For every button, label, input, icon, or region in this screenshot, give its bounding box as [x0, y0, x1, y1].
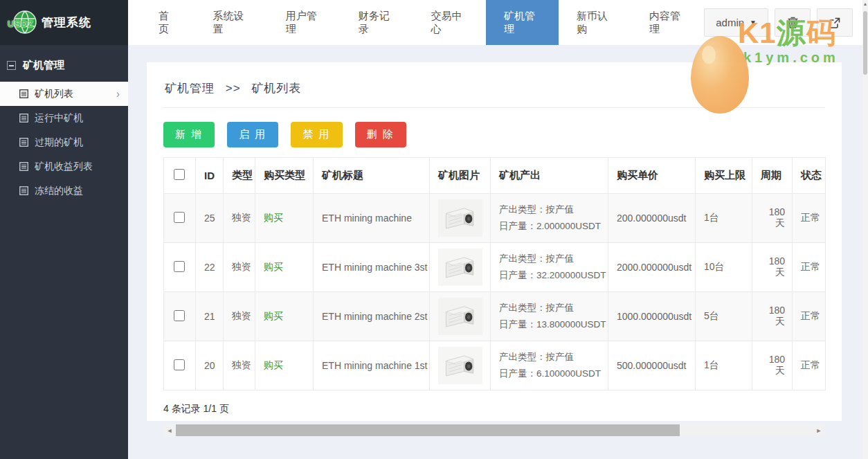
- sidebar-menu: 矿机列表 › 运行中矿机 › 过期的矿机 › 矿机收益列表: [0, 82, 128, 203]
- sidebar-item-label: 矿机收益列表: [35, 161, 93, 173]
- nav-item[interactable]: 系统设置: [195, 0, 268, 45]
- row-checkbox[interactable]: [174, 359, 185, 370]
- vertical-scrollbar-thumb[interactable]: [863, 11, 867, 75]
- header-limit: 购买上限: [696, 158, 752, 194]
- vertical-scrollbar: ▲: [862, 0, 868, 459]
- nav-item-label: 系统设置: [213, 10, 250, 36]
- daily-output-line: 日产量：13.800000USDT: [499, 316, 608, 333]
- header-period: 周期: [752, 158, 793, 194]
- select-all-checkbox[interactable]: [174, 169, 185, 180]
- sidebar-group-mining[interactable]: 矿机管理: [0, 45, 128, 82]
- header-type: 类型: [224, 158, 255, 194]
- globe-logo-icon: USDZ: [10, 8, 40, 38]
- cell-period: 180天: [752, 194, 793, 243]
- logout-button[interactable]: [817, 8, 853, 37]
- sidebar-item-label: 运行中矿机: [35, 112, 83, 125]
- logout-icon: [829, 17, 841, 29]
- buy-link[interactable]: 购买: [264, 359, 283, 370]
- cell-output: 产出类型：按产值 日产量：32.200000USDT: [491, 243, 608, 292]
- disable-button[interactable]: 禁 用: [291, 122, 342, 147]
- buy-link[interactable]: 购买: [264, 261, 283, 272]
- sidebar-item[interactable]: 冻结的收益 ›: [0, 179, 128, 203]
- table-row: 25 独资 购买 ETH mining machine 产出类型：按产值 日产量…: [164, 194, 826, 243]
- nav-item[interactable]: 用户管理: [268, 0, 341, 45]
- buy-link[interactable]: 购买: [264, 310, 283, 321]
- chevron-down-icon: ▼: [750, 19, 757, 26]
- daily-output-line: 日产量：6.100000USDT: [499, 366, 608, 382]
- nav-item-label: 内容管理: [649, 10, 686, 36]
- cell-period: 180天: [752, 243, 793, 292]
- cell-limit: 10台: [696, 243, 752, 292]
- breadcrumb: 矿机管理 >> 矿机列表: [163, 76, 825, 108]
- breadcrumb-page: 矿机列表: [251, 82, 301, 95]
- cell-status: 正常: [793, 341, 826, 390]
- output-type-line: 产出类型：按产值: [499, 349, 608, 366]
- nav-item-label: 交易中心: [431, 10, 468, 36]
- row-checkbox[interactable]: [174, 310, 185, 321]
- header-image: 矿机图片: [430, 158, 491, 194]
- top-bar: USDZ 管理系统 首页 系统设置 用户管理 财务记录 交易中心 矿机管理 新币…: [0, 0, 862, 45]
- daily-output-line: 日产量：32.200000USDT: [499, 267, 608, 284]
- output-type-line: 产出类型：按产值: [499, 300, 608, 316]
- clear-cache-button[interactable]: [775, 8, 811, 37]
- scroll-up-arrow[interactable]: ▲: [862, 1, 868, 6]
- daily-output-line: 日产量：2.000000USDT: [499, 218, 608, 235]
- sidebar-item[interactable]: 矿机列表 ›: [0, 82, 128, 106]
- row-checkbox[interactable]: [174, 212, 185, 223]
- scroll-right-arrow[interactable]: ►: [813, 424, 825, 436]
- table-row: 20 独资 购买 ETH mining machine 1st 产出类型：按产值…: [164, 341, 826, 390]
- toolbar: 新 增 启 用 禁 用 删 除: [163, 122, 825, 147]
- output-type-line: 产出类型：按产值: [499, 251, 608, 267]
- scroll-left-arrow[interactable]: ◄: [163, 424, 176, 436]
- add-button[interactable]: 新 增: [163, 122, 215, 147]
- record-summary: 4 条记录 1/1 页: [163, 403, 825, 415]
- cell-limit: 1台: [696, 341, 752, 390]
- cell-price: 500.000000usdt: [608, 341, 696, 390]
- nav-item[interactable]: 新币认购: [559, 0, 631, 45]
- buy-link[interactable]: 购买: [264, 212, 283, 223]
- sidebar-group-label: 矿机管理: [23, 59, 64, 72]
- sidebar-item[interactable]: 矿机收益列表 ›: [0, 154, 128, 179]
- cell-type: 独资: [224, 341, 255, 390]
- nav-item[interactable]: 内容管理: [631, 0, 704, 45]
- user-menu-button[interactable]: admin ▼: [704, 8, 768, 37]
- cell-limit: 1台: [696, 194, 752, 243]
- cell-output: 产出类型：按产值 日产量：2.000000USDT: [491, 194, 608, 243]
- cell-id: 21: [196, 292, 224, 341]
- cell-price: 200.000000usdt: [608, 194, 696, 243]
- cell-title: ETH mining machine: [314, 194, 430, 243]
- cell-type: 独资: [224, 194, 255, 243]
- delete-button[interactable]: 删 除: [355, 122, 406, 147]
- cell-output: 产出类型：按产值 日产量：13.800000USDT: [491, 292, 608, 341]
- miner-image: [438, 347, 482, 384]
- chevron-right-icon: ›: [116, 88, 120, 100]
- cell-price: 1000.000000usdt: [608, 292, 696, 341]
- nav-item[interactable]: 交易中心: [413, 0, 486, 45]
- cell-id: 25: [196, 194, 224, 243]
- cell-price: 2000.000000usdt: [608, 243, 696, 292]
- sidebar-item[interactable]: 运行中矿机 ›: [0, 106, 128, 130]
- list-icon: [19, 186, 28, 195]
- user-name: admin: [716, 17, 744, 28]
- nav-item[interactable]: 矿机管理: [486, 0, 559, 45]
- cell-type: 独资: [224, 243, 255, 292]
- enable-button[interactable]: 启 用: [227, 122, 278, 147]
- miner-image: [438, 199, 482, 237]
- nav-item[interactable]: 首页: [141, 0, 195, 45]
- row-checkbox[interactable]: [174, 261, 185, 272]
- nav-item[interactable]: 财务记录: [341, 0, 413, 45]
- cell-status: 正常: [793, 243, 826, 292]
- breadcrumb-section: 矿机管理: [165, 82, 215, 95]
- cell-title: ETH mining machine 2st: [314, 292, 430, 341]
- breadcrumb-separator: >>: [226, 82, 241, 95]
- cell-title: ETH mining machine 3st: [314, 243, 430, 292]
- header-id: ID: [196, 158, 224, 194]
- topbar-actions: admin ▼: [704, 0, 862, 45]
- nav-item-label: 用户管理: [286, 10, 323, 36]
- sidebar-item[interactable]: 过期的矿机 ›: [0, 130, 128, 154]
- horizontal-scrollbar-thumb[interactable]: [176, 424, 680, 436]
- sidebar-item-label: 矿机列表: [35, 88, 73, 100]
- nav-item-label: 首页: [159, 10, 177, 36]
- list-icon: [19, 162, 28, 171]
- trash-icon: [787, 16, 799, 29]
